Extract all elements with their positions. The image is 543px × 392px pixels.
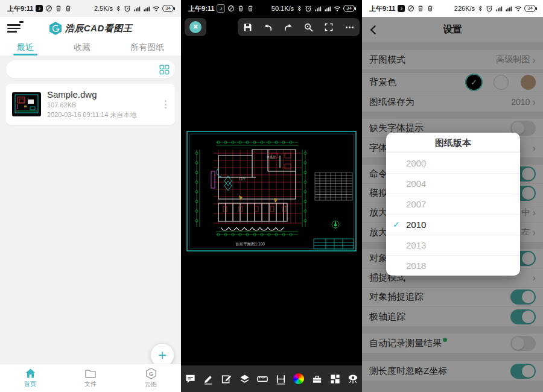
file-list-area: Sample.dwg 107.62KB 2020-03-16 09:11:14 …: [0, 55, 181, 364]
ruler-icon: [256, 373, 268, 385]
signal-icon: [505, 5, 512, 12]
more-button[interactable]: [342, 20, 357, 34]
comment-icon: [185, 373, 196, 385]
wifi-icon: [334, 5, 341, 12]
draw-button[interactable]: [201, 371, 215, 386]
status-bar: 上午9:11 ♪ 226K/s 34: [362, 0, 543, 17]
cad-drawing-canvas[interactable]: 休息厅 门厅 首层平面图1:100: [183, 129, 360, 254]
app-logo: 浩辰CAD看图王: [49, 21, 133, 36]
signal-icon: [143, 5, 150, 12]
color-button[interactable]: [291, 371, 306, 386]
drawing-viewer-screen: 上午9:11 ♪ 50.1K/s 34 ×: [181, 0, 362, 392]
version-option-2004[interactable]: 2004: [386, 174, 520, 194]
magnifier-icon: [303, 22, 314, 33]
battery-icon: 34: [524, 5, 536, 12]
file-name: Sample.dwg: [47, 89, 156, 100]
nav-home-label: 首页: [24, 380, 36, 388]
redo-button[interactable]: [281, 20, 296, 34]
trash-icon: [247, 5, 254, 12]
nav-files[interactable]: 文件: [60, 364, 121, 392]
battery-icon: 34: [343, 5, 355, 12]
measure-button[interactable]: [255, 371, 270, 386]
drawing-version-dialog: 图纸版本 2000 2004 2007 ✓ 2010 2013 2018: [386, 133, 520, 276]
zoom-button[interactable]: [302, 20, 316, 34]
save-button[interactable]: [241, 20, 255, 34]
room-label: 门厅: [239, 177, 246, 180]
file-card[interactable]: Sample.dwg 107.62KB 2020-03-16 09:11:14 …: [6, 84, 175, 125]
clock-text: 上午9:11: [7, 4, 33, 13]
app-title: 浩辰CAD看图王: [65, 23, 133, 34]
room-label: 休息厅: [266, 155, 276, 159]
nav-files-label: 文件: [84, 380, 97, 388]
close-icon: ×: [189, 21, 202, 33]
file-info: Sample.dwg 107.62KB 2020-03-16 09:11:14 …: [47, 89, 156, 119]
ellipsis-icon: [345, 22, 355, 33]
version-option-2018[interactable]: 2018: [386, 256, 520, 276]
trash-icon: [237, 5, 244, 12]
network-speed: 226K/s: [454, 5, 475, 12]
signal-icon: [495, 5, 503, 12]
menu-button[interactable]: [7, 22, 21, 34]
dialog-title: 图纸版本: [386, 133, 520, 153]
edit-square-icon: [221, 373, 232, 385]
toolbox-button[interactable]: [310, 371, 324, 386]
status-bar: 上午9:11 ♪ 2.5K/s 34: [0, 0, 181, 17]
view-button[interactable]: [346, 371, 360, 386]
do-not-disturb-icon: [407, 5, 414, 12]
network-speed: 50.1K/s: [272, 5, 294, 12]
fullscreen-icon: [324, 22, 334, 32]
layers-button[interactable]: [237, 371, 252, 386]
trash-icon: [65, 5, 72, 12]
alarm-icon: [124, 5, 131, 12]
layout-button[interactable]: [328, 371, 342, 386]
version-option-2010[interactable]: ✓ 2010: [386, 215, 520, 235]
do-not-disturb-icon: [227, 5, 235, 12]
trash-icon: [417, 5, 424, 12]
trash-icon: [55, 5, 62, 12]
music-app-icon: ♪: [398, 5, 405, 12]
status-bar: 上午9:11 ♪ 50.1K/s 34: [181, 0, 362, 17]
tab-favorites[interactable]: 收藏: [68, 40, 97, 55]
search-bar[interactable]: [6, 60, 175, 78]
logo-hexagon-icon: [49, 21, 62, 36]
recent-files-screen: 上午9:11 ♪ 2.5K/s 34: [0, 0, 181, 392]
eye-view-icon: [347, 373, 359, 385]
version-option-2000[interactable]: 2000: [386, 153, 520, 174]
grid-view-icon[interactable]: [159, 65, 170, 75]
signal-icon: [133, 5, 141, 12]
version-option-2007[interactable]: 2007: [386, 194, 520, 215]
trash-icon: [427, 5, 434, 12]
wifi-icon: [515, 5, 522, 12]
nav-home[interactable]: 首页: [0, 364, 60, 392]
comment-button[interactable]: [183, 371, 197, 386]
cloud-hexagon-icon: G: [145, 367, 157, 379]
layers-icon: [239, 373, 250, 385]
app-header: 浩辰CAD看图王: [0, 17, 181, 40]
drawing-caption: 首层平面图1:100: [235, 242, 265, 247]
tab-all-drawings[interactable]: 所有图纸: [124, 40, 170, 55]
redo-icon: [283, 22, 294, 33]
fullscreen-button[interactable]: [322, 20, 336, 34]
svg-text:G: G: [148, 370, 153, 377]
bottom-navigation: 首页 文件 G 云图: [0, 364, 181, 392]
alarm-icon: [486, 5, 493, 12]
undo-button[interactable]: [261, 20, 275, 34]
signal-icon: [324, 5, 331, 12]
close-drawing-button[interactable]: ×: [185, 18, 206, 36]
file-menu-button[interactable]: [162, 98, 169, 111]
edit-note-button[interactable]: [219, 371, 233, 386]
do-not-disturb-icon: [45, 5, 52, 12]
app-screens: 上午9:11 ♪ 2.5K/s 34: [0, 0, 543, 392]
wifi-icon: [153, 5, 160, 12]
file-date-origin: 2020-03-16 09:11:14 来自本地: [47, 110, 156, 119]
pencil-icon: [203, 373, 214, 385]
tab-recent[interactable]: 最近: [11, 40, 40, 55]
distance-button[interactable]: [273, 371, 288, 386]
nav-cloud[interactable]: G 云图: [121, 364, 181, 392]
file-size: 107.62KB: [47, 101, 156, 109]
home-icon: [25, 368, 36, 379]
clock-text: 上午9:11: [369, 4, 395, 13]
annotation-toolbar: [181, 365, 362, 392]
distance-icon: [275, 373, 287, 385]
version-option-2013[interactable]: 2013: [386, 235, 520, 256]
